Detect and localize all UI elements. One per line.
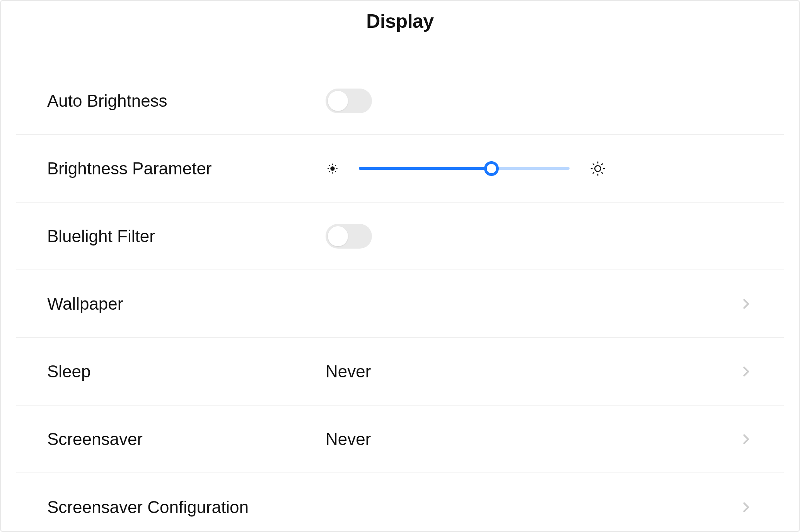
svg-line-17 <box>602 163 603 164</box>
auto-brightness-label: Auto Brightness <box>47 91 326 111</box>
svg-line-16 <box>593 172 594 173</box>
chevron-right-icon <box>739 297 753 311</box>
chevron-right-icon <box>739 432 753 446</box>
row-bluelight-filter: Bluelight Filter <box>16 203 784 270</box>
toggle-knob <box>328 226 348 246</box>
settings-list: Auto Brightness Brightness Parameter <box>1 67 799 532</box>
chevron-right-icon <box>739 365 753 379</box>
svg-point-9 <box>595 165 600 171</box>
row-brightness-parameter: Brightness Parameter <box>16 135 784 203</box>
row-screensaver[interactable]: Screensaver Never <box>16 406 784 473</box>
slider-thumb[interactable] <box>484 161 499 176</box>
row-sleep[interactable]: Sleep Never <box>16 338 784 406</box>
display-settings-panel: Display Auto Brightness Brightness Param… <box>0 0 800 532</box>
slider-fill <box>359 167 491 170</box>
slider-track <box>359 167 570 170</box>
chevron-right-icon <box>739 500 753 514</box>
sleep-label: Sleep <box>47 362 326 381</box>
bluelight-toggle[interactable] <box>326 224 372 249</box>
page-title: Display <box>1 10 799 32</box>
brightness-slider-group <box>326 160 607 177</box>
row-wallpaper[interactable]: Wallpaper <box>16 270 784 338</box>
brightness-slider[interactable] <box>359 161 570 176</box>
wallpaper-label: Wallpaper <box>47 294 326 314</box>
brightness-label: Brightness Parameter <box>47 159 326 178</box>
svg-line-5 <box>329 165 330 166</box>
svg-line-6 <box>335 171 336 172</box>
svg-point-0 <box>331 167 334 171</box>
screensaver-label: Screensaver <box>47 430 326 449</box>
sleep-value: Never <box>326 362 371 381</box>
brightness-high-icon <box>589 160 607 177</box>
screensaver-config-label: Screensaver Configuration <box>47 498 326 517</box>
svg-line-14 <box>593 163 594 164</box>
bluelight-label: Bluelight Filter <box>47 227 326 246</box>
brightness-low-icon <box>326 162 339 176</box>
toggle-knob <box>328 91 348 111</box>
svg-line-15 <box>602 172 603 173</box>
svg-line-8 <box>335 165 336 166</box>
row-screensaver-configuration[interactable]: Screensaver Configuration <box>16 473 784 532</box>
row-auto-brightness: Auto Brightness <box>16 67 784 135</box>
svg-line-7 <box>329 171 330 172</box>
auto-brightness-toggle[interactable] <box>326 89 372 113</box>
screensaver-value: Never <box>326 430 371 449</box>
